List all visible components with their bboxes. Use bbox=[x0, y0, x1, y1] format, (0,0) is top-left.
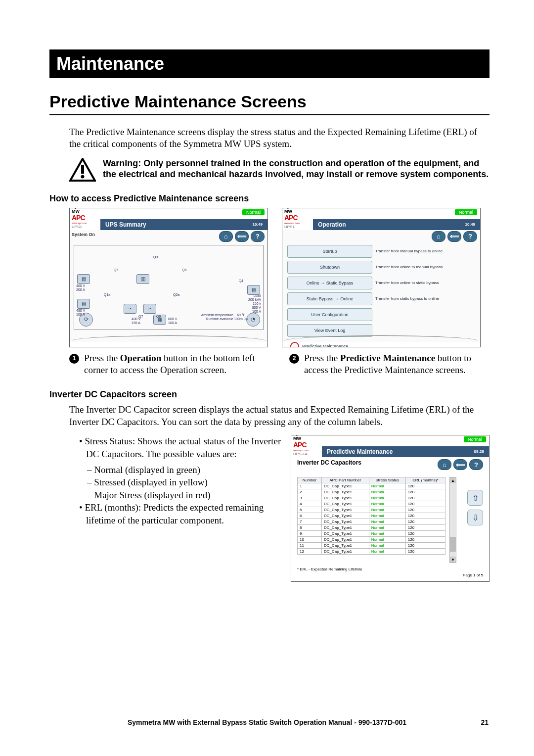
cell-part: DC_Cap_Type1 bbox=[322, 549, 369, 555]
table-row: 11DC_Cap_Type1Normal120 bbox=[298, 543, 445, 549]
subheading-access: How to access Predictive Maintenance scr… bbox=[49, 193, 490, 204]
step-bold: Operation bbox=[120, 353, 161, 363]
read-v: 800 V bbox=[168, 317, 177, 321]
col-erl[interactable]: ERL (months)* bbox=[405, 477, 445, 483]
op-startup[interactable]: Startup bbox=[287, 245, 372, 258]
cell-status: Normal bbox=[369, 489, 405, 495]
op-user-config[interactable]: User Configuration bbox=[287, 308, 372, 321]
cell-erl: 120 bbox=[405, 513, 445, 519]
bullet-erl: ERL (months): Predicts the expected rema… bbox=[79, 501, 282, 526]
operation-buttons: StartupTransfer from manual bypass to on… bbox=[287, 245, 475, 347]
screenshot-predictive-maintenance: Normal Symmetra MW APC www.apc.com UPS-1… bbox=[291, 435, 490, 582]
time-label: 10:49 bbox=[253, 219, 263, 230]
col-status[interactable]: Stress Status bbox=[369, 477, 405, 483]
op-desc: Transfer from manual bypass to online bbox=[375, 245, 475, 258]
read-v: 400 V bbox=[132, 317, 140, 321]
read-a: 100 A bbox=[168, 321, 177, 325]
help-icon[interactable]: ? bbox=[251, 231, 265, 242]
apc-logo: Symmetra MW APC www.apc.com UPS1 bbox=[282, 208, 313, 230]
home-icon[interactable]: ⌂ bbox=[432, 231, 445, 242]
brand-label: APC bbox=[72, 214, 98, 222]
ups-id: UPS-1A bbox=[293, 452, 320, 456]
sub-stressed: Stressed (displayed in yellow) bbox=[79, 476, 282, 489]
capacitor-table: Number APC Part Number Stress Status ERL… bbox=[297, 477, 445, 555]
home-icon[interactable]: ⌂ bbox=[438, 459, 451, 470]
cell-status: Normal bbox=[369, 531, 405, 537]
diagram-node[interactable]: ~ bbox=[143, 304, 156, 314]
col-part[interactable]: APC Part Number bbox=[322, 477, 369, 483]
brand-label: APC bbox=[293, 441, 320, 449]
cell-erl: 120 bbox=[405, 483, 445, 489]
page-up-button[interactable]: ⇧ bbox=[467, 490, 483, 506]
cell-status: Normal bbox=[369, 519, 405, 525]
back-icon[interactable]: ⟸ bbox=[235, 231, 249, 242]
scroll-up-icon[interactable]: ▲ bbox=[450, 477, 456, 483]
cell-status: Normal bbox=[369, 543, 405, 549]
read-a: 100 A bbox=[76, 313, 85, 316]
table-row: 9DC_Cap_Type1Normal120 bbox=[298, 531, 445, 537]
cell-status: Normal bbox=[369, 537, 405, 543]
step-number: 2 bbox=[289, 354, 299, 364]
warning-icon bbox=[69, 158, 96, 184]
scroll-thumb[interactable] bbox=[450, 537, 456, 552]
screenshot-ups-summary: Normal Symmetra MW APC www.apc.com UPS1 … bbox=[69, 208, 268, 347]
home-icon[interactable]: ⌂ bbox=[219, 231, 233, 242]
q-label: Q4 bbox=[239, 279, 243, 283]
table-row: 3DC_Cap_Type1Normal120 bbox=[298, 495, 445, 501]
cell-number: 10 bbox=[298, 537, 322, 543]
cell-status: Normal bbox=[369, 507, 405, 513]
cell-erl: 120 bbox=[405, 495, 445, 501]
table-row: 4DC_Cap_Type1Normal120 bbox=[298, 501, 445, 507]
col-number[interactable]: Number bbox=[298, 477, 322, 483]
op-static-to-online[interactable]: Static Bypass → Online bbox=[287, 292, 372, 305]
subheading-inverter: Inverter DC Capacitors screen bbox=[49, 389, 490, 400]
step-1: 1 Press the Operation button in the bott… bbox=[69, 352, 269, 377]
op-event-log[interactable]: View Event Log bbox=[287, 324, 372, 337]
section-title: Predictive Maintenance Screens bbox=[49, 92, 490, 111]
diagram-node[interactable]: ▤ bbox=[77, 274, 90, 284]
warning-block: Warning: Only personnel trained in the c… bbox=[69, 158, 490, 184]
cell-erl: 120 bbox=[405, 501, 445, 507]
scroll-down-icon[interactable]: ▼ bbox=[450, 557, 456, 563]
runtime-label: Runtime available bbox=[206, 317, 233, 321]
q-label: Q6 bbox=[182, 268, 186, 272]
highlight-ring-icon bbox=[290, 342, 299, 347]
cell-status: Normal bbox=[369, 501, 405, 507]
diagram-node[interactable]: ▤ bbox=[77, 299, 90, 309]
back-icon[interactable]: ⟸ bbox=[453, 459, 467, 470]
cell-erl: 120 bbox=[405, 537, 445, 543]
apc-logo: Symmetra MW APC www.apc.com UPS-1A bbox=[291, 435, 322, 457]
section-rule bbox=[49, 114, 490, 115]
page-footer: Symmetra MW with External Bypass Static … bbox=[0, 718, 534, 726]
step-bold: Predictive Maintenance bbox=[340, 353, 435, 363]
cell-number: 11 bbox=[298, 543, 322, 549]
ambient-val: 69 °F bbox=[237, 313, 245, 317]
diagram-node[interactable]: ~ bbox=[124, 304, 136, 314]
inverter-paragraph: The Inverter DC Capacitor screen display… bbox=[69, 404, 490, 428]
cell-part: DC_Cap_Type1 bbox=[322, 543, 369, 549]
cell-number: 7 bbox=[298, 519, 322, 525]
title-bar: Predictive Maintenance 09:28 bbox=[322, 446, 489, 457]
help-icon[interactable]: ? bbox=[469, 459, 483, 470]
table-row: 7DC_Cap_Type1Normal120 bbox=[298, 519, 445, 525]
runtime-val: 100m 0 s bbox=[234, 317, 248, 321]
product-label: Symmetra MW bbox=[293, 435, 320, 441]
cell-part: DC_Cap_Type1 bbox=[322, 501, 369, 507]
diagram-node[interactable]: ▥ bbox=[136, 274, 149, 284]
table-row: 6DC_Cap_Type1Normal120 bbox=[298, 513, 445, 519]
apc-logo: Symmetra MW APC www.apc.com UPS1 bbox=[70, 208, 100, 230]
diagram-node[interactable]: ▤ bbox=[247, 285, 260, 295]
cell-part: DC_Cap_Type1 bbox=[322, 525, 369, 531]
cell-number: 5 bbox=[298, 507, 322, 513]
back-icon[interactable]: ⟸ bbox=[447, 231, 461, 242]
page-down-button[interactable]: ⇩ bbox=[467, 510, 483, 525]
read-v: 480 V bbox=[76, 284, 85, 287]
op-online-to-static[interactable]: Online → Static Bypass bbox=[287, 277, 372, 289]
op-predictive-maintenance[interactable]: Predictive Maintenance bbox=[287, 340, 475, 347]
ups-id: UPS1 bbox=[72, 225, 98, 229]
op-shutdown[interactable]: Shutdown bbox=[287, 261, 372, 274]
diagram-node[interactable]: ◔ bbox=[246, 313, 260, 327]
help-icon[interactable]: ? bbox=[463, 231, 477, 242]
scrollbar[interactable]: ▲ ▼ bbox=[449, 477, 456, 563]
sub-major: Major Stress (displayed in red) bbox=[79, 489, 282, 502]
